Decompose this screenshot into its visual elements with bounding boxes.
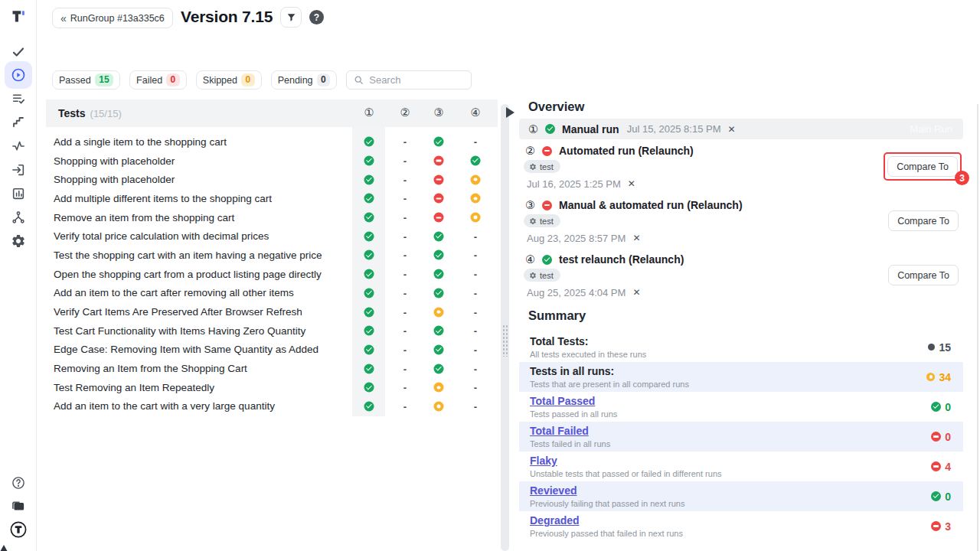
test-name: Edge Case: Removing Item with Same Quant… (54, 344, 318, 355)
run-tag-label: test (540, 271, 554, 280)
test-name: Remove an item from the shopping cart (54, 212, 234, 223)
right-scrollbar[interactable] (977, 104, 978, 551)
nav-activity-icon[interactable] (11, 139, 26, 154)
status-pass-icon (364, 269, 374, 279)
status-fail-icon (434, 194, 444, 204)
filter-chip-count: 0 (166, 73, 180, 86)
summary-count: 0 (945, 431, 951, 443)
remove-run-icon[interactable]: ✕ (628, 178, 635, 189)
filter-chip-pending[interactable]: Pending0 (271, 70, 338, 90)
collapse-chevron-icon: « (60, 12, 65, 24)
nav-branches-icon[interactable] (11, 210, 25, 224)
status-dash: - (403, 174, 407, 185)
summary-link[interactable]: Total Failed (530, 425, 952, 438)
column-run-4[interactable]: ④ (471, 106, 481, 119)
gear-icon (529, 272, 537, 279)
filter-chip-passed[interactable]: Passed15 (52, 70, 120, 90)
status-dash: - (403, 382, 407, 393)
run-date: Aug 23, 2025 8:57 PM (527, 233, 626, 244)
remove-run-icon[interactable]: ✕ (728, 124, 736, 135)
funnel-icon (286, 12, 296, 22)
status-dash: - (474, 230, 477, 242)
filter-chip-label: Failed (136, 75, 162, 86)
help-icon[interactable] (11, 476, 26, 491)
nav-settings-icon[interactable] (11, 233, 26, 249)
test-row[interactable]: Add an item to the cart after removing a… (46, 284, 498, 303)
filter-button[interactable] (280, 7, 302, 28)
status-pass-icon (931, 491, 941, 501)
filter-chip-failed[interactable]: Failed0 (129, 70, 187, 90)
back-to-rungroup-button[interactable]: «RunGroup #13a335c6 (52, 8, 173, 28)
test-row[interactable]: Open the shopping cart from a product li… (46, 265, 498, 284)
summary-row: FlakyUnstable tests that passed or faile… (519, 452, 963, 481)
summary-value: 0 (931, 491, 951, 503)
brand-icon[interactable] (10, 521, 28, 539)
run-item: ②Automated run (Relaunch)testJul 16, 202… (519, 143, 963, 189)
filter-chip-skipped[interactable]: Skipped0 (196, 70, 262, 90)
compare-to-button[interactable]: Compare To (887, 156, 958, 177)
status-dash: - (474, 344, 477, 355)
filter-chip-count: 0 (241, 73, 255, 86)
nav-milestones-icon[interactable] (11, 116, 25, 129)
remove-run-icon[interactable]: ✕ (632, 233, 640, 243)
summary-count: 3 (945, 520, 951, 533)
run-item-main[interactable]: ①Manual runJul 15, 2025 8:15 PM✕Main Run (519, 119, 963, 139)
overview-heading: Overview (528, 99, 963, 116)
summary-link[interactable]: Total Passed (530, 395, 952, 408)
summary-link[interactable]: Revieved (530, 484, 952, 497)
test-row[interactable]: Add multiple different items to the shop… (46, 189, 498, 208)
corner-artifact (0, 545, 8, 551)
help-circle-icon[interactable]: ? (309, 10, 324, 24)
compare-to-button[interactable]: Compare To (888, 210, 959, 231)
collapse-panel-icon[interactable] (506, 107, 514, 118)
test-row[interactable]: Edge Case: Removing Item with Same Quant… (46, 341, 498, 360)
app-logo[interactable] (11, 8, 26, 24)
test-name: Add a single item to the shopping cart (54, 136, 227, 148)
compare-to-button[interactable]: Compare To (888, 265, 959, 285)
run-date: Jul 16, 2025 1:25 PM (527, 178, 621, 190)
test-row[interactable]: Test Removing an Item Repeatedly-- (46, 378, 498, 397)
summary-count: 4 (945, 461, 951, 473)
summary-label: Tests in all runs: (530, 365, 952, 378)
summary-row: Total Tests:All tests executed in these … (519, 332, 963, 362)
test-row[interactable]: Removing an Item from the Shopping Cart-… (46, 359, 498, 378)
column-run-2[interactable]: ② (400, 106, 410, 119)
remove-run-icon[interactable]: ✕ (632, 287, 640, 298)
summary-link[interactable]: Flaky (530, 455, 952, 468)
summary-link[interactable]: Degraded (530, 514, 952, 527)
summary-value: 4 (931, 461, 951, 473)
main-run-badge: Main Run (910, 123, 952, 135)
test-row[interactable]: Add an item to the cart with a very larg… (46, 397, 498, 416)
nav-reports-icon[interactable] (11, 187, 26, 201)
column-run-1[interactable]: ① (364, 106, 374, 119)
nav-test-plans-icon[interactable] (11, 92, 26, 106)
test-row[interactable]: Verify total price calculation with deci… (46, 227, 498, 246)
test-name: Shopping with placeholder (54, 174, 175, 185)
tests-body: Add a single item to the shopping cart--… (46, 127, 498, 416)
test-row[interactable]: Shopping with placeholder- (46, 170, 498, 189)
docs-icon[interactable] (11, 499, 26, 514)
nav-runs-icon[interactable] (11, 67, 26, 83)
summary-row: DegradedPreviously passed that failed in… (519, 511, 963, 541)
summary-description: All tests executed in these runs (530, 350, 952, 359)
status-fail-icon (434, 156, 444, 166)
test-row[interactable]: Test Cart Functionality with Items Havin… (46, 321, 498, 341)
test-row[interactable]: Test the shopping cart with an item havi… (46, 246, 498, 265)
nav-tasks-icon[interactable] (11, 45, 25, 59)
status-pass-icon (364, 231, 374, 241)
test-row[interactable]: Remove an item from the shopping cart- (46, 208, 498, 227)
status-pass-icon (434, 344, 444, 354)
status-fail-icon (931, 521, 941, 531)
test-row[interactable]: Verify Cart Items Are Preserved After Br… (46, 302, 498, 321)
status-pass-icon (434, 326, 444, 336)
status-skip-icon (434, 307, 444, 317)
run-status-icon (542, 201, 552, 210)
divider-drag-handle[interactable] (502, 324, 508, 357)
test-row[interactable]: Add a single item to the shopping cart-- (46, 132, 498, 152)
column-run-3[interactable]: ③ (434, 106, 444, 119)
test-row[interactable]: Shopping with placeholder- (46, 152, 498, 171)
search-input[interactable] (369, 74, 461, 86)
nav-import-icon[interactable] (11, 163, 26, 178)
search-field[interactable] (346, 70, 472, 90)
status-skip-icon (471, 194, 481, 204)
